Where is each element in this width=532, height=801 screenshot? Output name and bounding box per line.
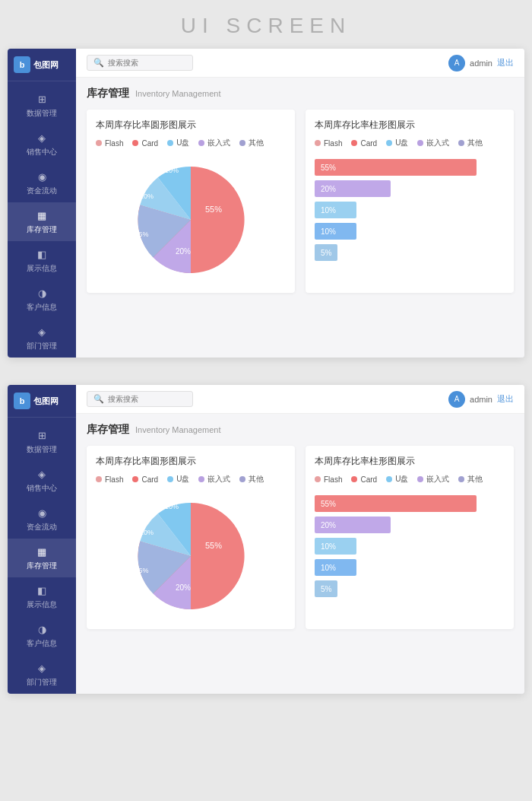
bar-chart-container: 55% 20% 10% 10%	[315, 156, 505, 261]
pie-legend-udisk-2: U盘	[167, 474, 189, 485]
bar-fill-flash: 55%	[315, 159, 477, 176]
bar-fill-card: 10%	[315, 202, 356, 218]
sidebar-item-inventory[interactable]: ▦ 库存管理	[8, 202, 76, 241]
pie-legend-flash-2: Flash	[96, 474, 123, 485]
logout-link-2[interactable]: 退出	[497, 393, 514, 405]
page-content-1: 库存管理 Inventory Management 本周库存比率圆形图展示 Fl…	[76, 78, 524, 358]
sidebar-item-display-2[interactable]: ◧ 展示信息	[8, 577, 76, 616]
customer-icon: ◑	[35, 286, 49, 300]
fund-icon: ◉	[35, 170, 49, 183]
ui-screen-title: UI SCREEN	[0, 0, 532, 49]
logout-link[interactable]: 退出	[497, 57, 514, 68]
sidebar-item-label-inventory-2: 库存管理	[27, 561, 57, 571]
logo-text: 包图网	[33, 59, 59, 71]
sidebar-item-data[interactable]: ⊞ 数据管理	[8, 86, 76, 125]
bar-row-udisk: 10%	[315, 223, 505, 240]
admin-avatar-2: A	[448, 391, 465, 408]
main-content-1: 🔍 A admin 退出 库存管理 Inventory Management	[76, 49, 524, 358]
bar-fill-embedded-2: 20%	[315, 517, 391, 533]
legend-dot-embedded	[198, 140, 204, 146]
bar-legend-label-udisk: U盘	[395, 138, 408, 148]
legend-dot-card	[132, 140, 138, 146]
page-content-2: 库存管理 Inventory Management 本周库存比率圆形图展示 Fl…	[76, 414, 524, 694]
pie-legend-label-embedded-2: 嵌入式	[207, 474, 230, 485]
bar-legend-dot-card-2	[351, 476, 357, 482]
pie-legend-label-other-2: 其他	[249, 474, 264, 485]
main-content-2: 🔍 A admin 退出 库存管理 Inventory Management	[76, 385, 524, 694]
legend-label-card: Card	[141, 139, 158, 148]
sidebar-item-department-2[interactable]: ◈ 部门管理	[8, 655, 76, 694]
sidebar-item-data-2[interactable]: ⊞ 数据管理	[8, 422, 76, 461]
sidebar-item-customer[interactable]: ◑ 客户信息	[8, 280, 76, 319]
search-input-2[interactable]	[108, 395, 186, 403]
pie-legend-embedded-2: 嵌入式	[198, 474, 230, 485]
bar-legend-other-2: 其他	[458, 474, 483, 485]
bar-fill-udisk: 10%	[315, 223, 356, 240]
page-heading: 库存管理 Inventory Management	[87, 87, 514, 100]
pie-label-flash-2: 55%	[205, 541, 222, 550]
bar-legend-dot-embedded-2	[417, 476, 423, 482]
sidebar-nav: ⊞ 数据管理 ◈ 销售中心 ◉ 资金流动 ▦ 库存管理 ◧ 展示信息	[8, 81, 76, 358]
pie-label-other-2: 5%	[138, 567, 148, 574]
bar-fill-embedded: 20%	[315, 180, 391, 197]
sidebar-item-fund-2[interactable]: ◉ 资金流动	[8, 500, 76, 539]
topbar-right: A admin 退出	[448, 55, 514, 72]
pie-chart-title: 本周库存比率圆形图展示	[96, 119, 286, 132]
pie-legend-label-card-2: Card	[141, 475, 158, 484]
sidebar-item-customer-2[interactable]: ◑ 客户信息	[8, 616, 76, 655]
bar-legend-embedded-2: 嵌入式	[417, 474, 449, 485]
sidebar-item-label-sales-2: 销售中心	[27, 483, 57, 494]
bar-fill-other: 5%	[315, 244, 337, 261]
legend-other: 其他	[239, 138, 264, 148]
inventory-icon: ▦	[35, 208, 49, 222]
pie-legend-label-udisk-2: U盘	[176, 474, 189, 485]
bar-legend-flash-2: Flash	[315, 474, 342, 485]
bar-legend-label-card-2: Card	[360, 475, 377, 484]
sidebar-item-label-fund-2: 资金流动	[27, 522, 57, 532]
search-bar[interactable]: 🔍	[87, 55, 193, 71]
logo-text-2: 包图网	[33, 396, 59, 407]
display-icon-2: ◧	[35, 583, 49, 597]
sidebar-nav-2: ⊞ 数据管理 ◈ 销售中心 ◉ 资金流动 ▦ 库存管理 ◧ 展示信息	[8, 418, 76, 694]
sidebar-item-inventory-2[interactable]: ▦ 库存管理	[8, 539, 76, 577]
customer-icon-2: ◑	[35, 622, 49, 636]
bar-row-card-2: 10%	[315, 538, 505, 555]
pie-svg-container-2: 55% 10% 10% 20% 5%	[96, 492, 286, 620]
sidebar-item-label-display-2: 展示信息	[27, 599, 57, 610]
page-heading-en: Inventory Management	[135, 89, 221, 98]
sidebar-item-display[interactable]: ◧ 展示信息	[8, 241, 76, 280]
topbar-2: 🔍 A admin 退出	[76, 385, 524, 414]
pie-chart-svg-2: 55% 10% 10% 20% 5%	[130, 495, 252, 617]
bar-row-card: 10%	[315, 202, 505, 218]
page-heading-zh: 库存管理	[87, 87, 129, 100]
bar-legend-dot-other-2	[458, 476, 464, 482]
legend-embedded: 嵌入式	[198, 138, 230, 148]
bar-legend-udisk: U盘	[386, 138, 408, 148]
bar-legend-dot-other	[458, 140, 464, 146]
bar-chart-card: 本周库存比率柱形图展示 Flash Card	[306, 110, 514, 293]
pie-legend-card-2: Card	[132, 474, 158, 485]
sidebar-item-department[interactable]: ◈ 部门管理	[8, 319, 76, 358]
sidebar-item-sales-2[interactable]: ◈ 销售中心	[8, 461, 76, 500]
page-heading-2: 库存管理 Inventory Management	[87, 423, 514, 437]
admin-label: admin	[470, 59, 492, 68]
sidebar-item-fund[interactable]: ◉ 资金流动	[8, 164, 76, 202]
screen-2: b 包图网 ⊞ 数据管理 ◈ 销售中心 ◉ 资金流动 ▦ 库存管理	[0, 385, 532, 721]
pie-chart-title-2: 本周库存比率圆形图展示	[96, 455, 286, 468]
legend-label-flash: Flash	[105, 139, 123, 148]
pie-chart-card: 本周库存比率圆形图展示 Flash Card	[87, 110, 295, 293]
bar-row-flash: 55%	[315, 159, 505, 176]
legend-flash: Flash	[96, 138, 123, 148]
topbar-right-2: A admin 退出	[448, 391, 514, 408]
search-bar-2[interactable]: 🔍	[87, 391, 193, 407]
bar-legend-embedded: 嵌入式	[417, 138, 449, 148]
logo-icon-2: b	[14, 393, 30, 409]
sidebar-item-sales[interactable]: ◈ 销售中心	[8, 125, 76, 164]
app-frame-1: b 包图网 ⊞ 数据管理 ◈ 销售中心 ◉ 资金流动 ▦ 库存管理	[8, 49, 524, 358]
bar-row-other-2: 5%	[315, 580, 505, 597]
pie-legend-dot-udisk-2	[167, 476, 173, 482]
search-input[interactable]	[108, 59, 186, 67]
sidebar-item-label-fund: 资金流动	[27, 186, 57, 196]
pie-legend-2: Flash Card U盘	[96, 474, 286, 485]
pie-legend-label-flash-2: Flash	[105, 475, 123, 484]
